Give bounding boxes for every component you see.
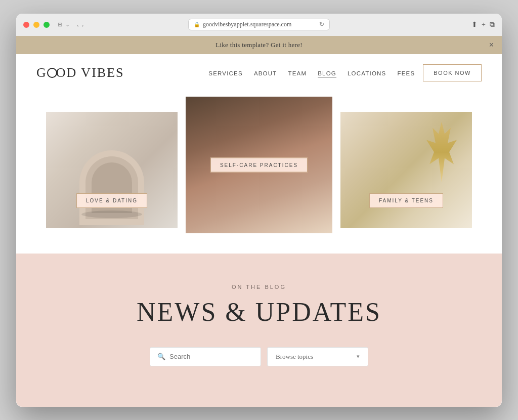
blog-title: NEWS & UPDATES <box>36 297 482 327</box>
blog-section: ON THE BLOG NEWS & UPDATES 🔍 Browse topi… <box>16 254 502 407</box>
chevron-down-icon: ⌄ <box>65 21 70 28</box>
blog-card-family[interactable]: FAMILY & TEENS <box>340 112 472 228</box>
search-input[interactable] <box>169 353 254 360</box>
titlebar-actions: ⬆ + ⧉ <box>471 20 495 29</box>
nav-link-team: TEAM <box>288 70 307 76</box>
nav-item-fees[interactable]: FEES <box>397 68 415 77</box>
nav-item-locations[interactable]: LOCATIONS <box>348 68 386 77</box>
nav-item-team[interactable]: TEAM <box>288 68 307 77</box>
new-tab-icon[interactable]: + <box>482 21 486 29</box>
nav-item-services[interactable]: SERVICES <box>208 68 243 77</box>
blog-image-grid: LOVE & DATING SELF-CARE PRACTICES FAMILY… <box>16 97 502 233</box>
blog-search-row: 🔍 Browse topics ▾ <box>36 347 482 366</box>
blog-card-label-love: LOVE & DATING <box>76 193 147 208</box>
back-icon[interactable]: ‹ <box>77 22 79 28</box>
nav-link-about: ABOUT <box>254 70 277 76</box>
book-now-button[interactable]: BOOK NOW <box>423 64 482 81</box>
forward-icon[interactable]: › <box>82 22 84 28</box>
blog-card-label-family: FAMILY & TEENS <box>369 193 443 208</box>
navigation: GOD VIBES SERVICES ABOUT TEAM BLOG LOCAT… <box>16 54 502 92</box>
sidebar-icon[interactable]: ⊞ <box>58 21 62 28</box>
site-content: Like this template? Get it here! × GOD V… <box>16 36 502 407</box>
lock-icon: 🔒 <box>194 22 200 27</box>
titlebar: ⊞ ⌄ ‹ › 🔒 goodvibesbyapplet.squarespace.… <box>16 14 502 36</box>
nav-link-locations: LOCATIONS <box>348 70 386 76</box>
blog-subtitle: ON THE BLOG <box>36 284 482 290</box>
blog-card-selfcare[interactable]: SELF-CARE PRACTICES <box>186 97 332 233</box>
nav-link-services: SERVICES <box>208 70 243 76</box>
announcement-bar: Like this template? Get it here! × <box>16 36 502 54</box>
announcement-close-button[interactable]: × <box>489 40 494 50</box>
search-box[interactable]: 🔍 <box>150 347 261 366</box>
minimize-dot[interactable] <box>33 22 39 28</box>
nav-links: SERVICES ABOUT TEAM BLOG LOCATIONS FEES <box>208 68 415 77</box>
share-icon[interactable]: ⬆ <box>471 20 478 29</box>
site-logo[interactable]: GOD VIBES <box>36 65 208 80</box>
nav-link-fees: FEES <box>397 70 415 76</box>
blog-card-image-family <box>340 112 472 228</box>
announcement-text: Like this template? Get it here! <box>215 41 303 49</box>
search-icon: 🔍 <box>157 353 165 361</box>
chevron-down-icon: ▾ <box>357 353 360 360</box>
refresh-icon[interactable]: ↻ <box>319 21 324 28</box>
url-text: goodvibesbyapplet.squarespace.com <box>203 21 291 28</box>
blog-card-image-love <box>46 112 178 228</box>
nav-item-blog[interactable]: BLOG <box>318 68 336 77</box>
close-dot[interactable] <box>23 22 29 28</box>
browser-window: ⊞ ⌄ ‹ › 🔒 goodvibesbyapplet.squarespace.… <box>16 14 502 407</box>
nav-link-blog: BLOG <box>318 70 336 76</box>
url-bar[interactable]: 🔒 goodvibesbyapplet.squarespace.com ↻ <box>188 19 330 30</box>
nav-item-about[interactable]: ABOUT <box>254 68 277 77</box>
browse-topics-button[interactable]: Browse topics ▾ <box>267 347 368 366</box>
tabs-icon[interactable]: ⧉ <box>490 21 495 29</box>
blog-card-label-selfcare: SELF-CARE PRACTICES <box>210 157 308 172</box>
blog-card-love[interactable]: LOVE & DATING <box>46 112 178 228</box>
browse-topics-label: Browse topics <box>276 353 313 361</box>
fullscreen-dot[interactable] <box>44 22 50 28</box>
logo-o <box>47 68 57 78</box>
